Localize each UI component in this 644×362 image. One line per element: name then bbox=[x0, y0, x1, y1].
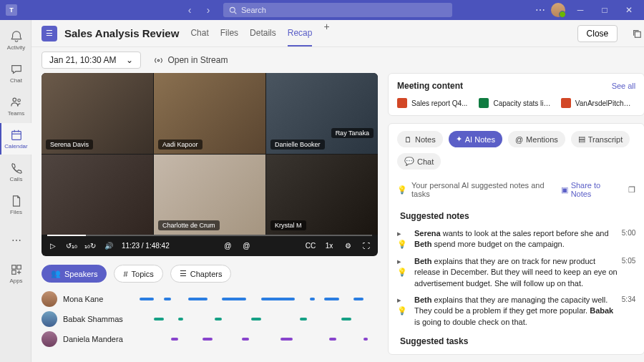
note-time: 5:00 bbox=[622, 228, 635, 250]
mention-icon[interactable]: @ bbox=[240, 240, 252, 251]
ptab-transcript[interactable]: ▤Transcript bbox=[571, 131, 630, 147]
rail-teams[interactable]: Teams bbox=[0, 90, 31, 122]
speaker-row[interactable]: Daniela Mandera bbox=[42, 331, 378, 347]
ptab-mentions[interactable]: @Mentions bbox=[508, 131, 565, 147]
note-icons: ▸💡 bbox=[397, 228, 410, 250]
suggested-tasks-heading: Suggested tasks bbox=[400, 336, 635, 346]
task-item[interactable]: 💡Beth will follow up on advertisement bu… bbox=[397, 351, 635, 354]
tab-details[interactable]: Details bbox=[250, 21, 276, 47]
ptab-notes[interactable]: 🗒Notes bbox=[397, 131, 443, 147]
people-icon: 👥 bbox=[51, 269, 61, 278]
datetime-dropdown[interactable]: Jan 21, 10:30 AM⌄ bbox=[42, 52, 141, 69]
bulb-icon: 💡 bbox=[397, 185, 407, 195]
forward-button[interactable]: ₁₀↻ bbox=[84, 240, 96, 251]
rail-files[interactable]: Files bbox=[0, 189, 31, 220]
app-rail: Activity Chat Teams Calendar Calls Files… bbox=[0, 20, 31, 362]
file-item[interactable]: Sales report Q4... bbox=[397, 98, 472, 108]
speed-button[interactable]: 1x bbox=[323, 240, 335, 251]
speaker-avatar bbox=[42, 331, 57, 347]
rail-calendar[interactable]: Calendar bbox=[0, 123, 31, 155]
pill-topics[interactable]: #Topics bbox=[114, 265, 162, 283]
maximize-button[interactable]: □ bbox=[595, 2, 614, 18]
video-controls: ▷ ↺₁₀ ₁₀↻ 🔊 11:23 / 1:48:42 @ @ CC 1x ⚙ … bbox=[42, 235, 378, 256]
note-item[interactable]: ▸💡Beth explains that they are on track f… bbox=[397, 253, 635, 292]
rail-more[interactable]: ⋯ bbox=[0, 225, 31, 256]
ptab-chat[interactable]: 💬Chat bbox=[397, 153, 441, 170]
at-icon: @ bbox=[515, 135, 523, 144]
add-tab-button[interactable]: + bbox=[323, 21, 329, 47]
speaker-row[interactable]: Mona Kane bbox=[42, 291, 378, 307]
svg-line-1 bbox=[235, 11, 237, 14]
participant-tile: Krystal M bbox=[266, 155, 378, 235]
note-text: Beth explains that they are on track for… bbox=[414, 256, 618, 289]
note-icons: ▸💡 bbox=[397, 295, 410, 328]
speaker-avatar bbox=[42, 291, 57, 307]
svg-rect-8 bbox=[11, 265, 15, 268]
speaker-row[interactable]: Babak Shammas bbox=[42, 311, 378, 327]
meeting-content-title: Meeting content bbox=[397, 81, 463, 91]
rail-chat[interactable]: Chat bbox=[0, 57, 31, 89]
close-window-button[interactable]: ✕ bbox=[620, 2, 638, 18]
note-item[interactable]: ▸💡Serena wants to look at the sales repo… bbox=[397, 225, 635, 253]
tab-recap[interactable]: Recap bbox=[288, 21, 313, 47]
speaker-timeline[interactable] bbox=[135, 297, 378, 301]
svg-rect-11 bbox=[635, 31, 641, 37]
fullscreen-button[interactable]: ⛶ bbox=[361, 240, 372, 251]
close-button[interactable]: Close bbox=[577, 25, 618, 42]
notes-panel: 🗒Notes ✦AI Notes @Mentions ▤Transcript 💬… bbox=[388, 123, 644, 355]
meeting-content-card: Meeting content See all Sales report Q4.… bbox=[388, 73, 644, 116]
hash-icon: # bbox=[123, 270, 127, 278]
open-stream-button[interactable]: Open in Stream bbox=[154, 55, 228, 65]
note-icons: ▸💡 bbox=[397, 256, 410, 289]
participant-tile bbox=[42, 155, 153, 235]
pill-chapters[interactable]: ☰Chapters bbox=[170, 265, 232, 283]
rail-calls[interactable]: Calls bbox=[0, 156, 31, 187]
minimize-button[interactable]: ─ bbox=[571, 2, 590, 18]
speaker-name: Daniela Mandera bbox=[63, 335, 129, 343]
settings-button[interactable]: ⚙ bbox=[342, 240, 353, 251]
note-text: Beth explains that they are managing the… bbox=[414, 295, 618, 328]
transcript-icon: ▤ bbox=[578, 134, 585, 144]
participant-tile: Charlotte de Crum bbox=[154, 155, 265, 235]
file-item[interactable]: VanArsdelPitchDe... bbox=[561, 98, 635, 108]
see-all-link[interactable]: See all bbox=[612, 82, 636, 90]
task-text: Beth will follow up on advertisement bud… bbox=[414, 353, 635, 354]
volume-button[interactable]: 🔊 bbox=[103, 240, 114, 251]
speaker-timeline[interactable] bbox=[135, 337, 378, 341]
speaker-timeline[interactable] bbox=[135, 317, 378, 321]
speaker-avatar bbox=[42, 311, 57, 327]
mention-icon[interactable]: @ bbox=[222, 240, 233, 251]
svg-point-2 bbox=[13, 98, 16, 102]
video-player[interactable]: Serena Davis Aadi Kapoor Ray TanakaDanie… bbox=[42, 73, 378, 256]
svg-rect-4 bbox=[11, 131, 21, 140]
ptab-ai-notes[interactable]: ✦AI Notes bbox=[449, 131, 502, 147]
page-header: ☰ Sales Analysis Review Chat Files Detai… bbox=[31, 20, 644, 47]
file-item[interactable]: Capacity stats list... bbox=[479, 98, 553, 108]
more-button[interactable]: ⋯ bbox=[535, 4, 545, 16]
pill-speakers[interactable]: 👥Speakers bbox=[42, 265, 107, 283]
nav-back-button[interactable]: ‹ bbox=[182, 2, 197, 18]
cc-button[interactable]: CC bbox=[305, 240, 316, 251]
popout-button[interactable] bbox=[629, 26, 644, 41]
task-icon: 💡 bbox=[397, 353, 410, 354]
copy-button[interactable]: ❐ bbox=[628, 185, 635, 195]
tab-files[interactable]: Files bbox=[220, 21, 238, 47]
file-name: VanArsdelPitchDe... bbox=[575, 99, 635, 107]
note-item[interactable]: ▸💡Beth explains that they are managing t… bbox=[397, 292, 635, 331]
search-input[interactable]: Search bbox=[223, 3, 452, 17]
list-icon: ☰ bbox=[180, 269, 187, 278]
share-to-notes-button[interactable]: ▣Share to Notes bbox=[561, 181, 620, 198]
play-button[interactable]: ▷ bbox=[47, 240, 59, 251]
stream-icon bbox=[154, 56, 163, 65]
rewind-button[interactable]: ↺₁₀ bbox=[66, 240, 77, 251]
note-time: 5:34 bbox=[622, 295, 635, 328]
nav-forward-button[interactable]: › bbox=[200, 2, 216, 18]
rail-activity[interactable]: Activity bbox=[0, 24, 31, 56]
speaker-name: Mona Kane bbox=[63, 295, 129, 303]
rail-apps[interactable]: Apps bbox=[0, 258, 31, 289]
tab-chat[interactable]: Chat bbox=[190, 21, 208, 47]
powerpoint-icon bbox=[397, 98, 407, 108]
user-avatar[interactable] bbox=[551, 3, 565, 17]
search-icon bbox=[229, 6, 237, 14]
chat-icon: 💬 bbox=[404, 157, 414, 166]
